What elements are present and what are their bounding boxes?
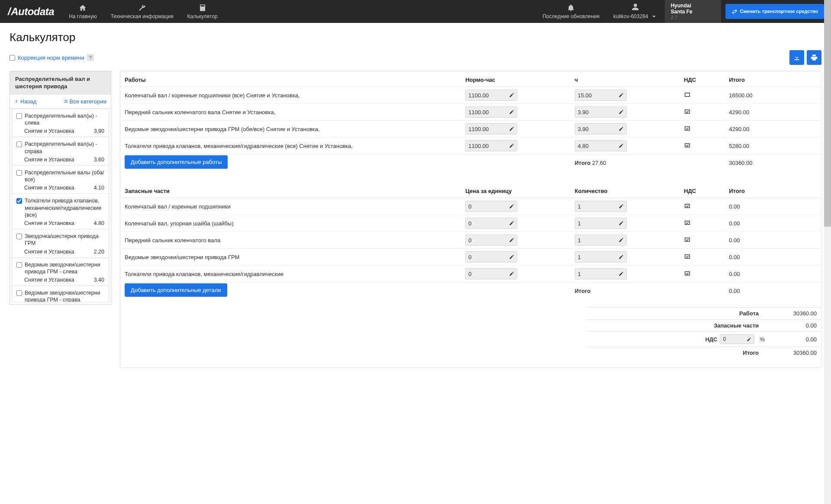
add-work-button[interactable]: Добавить дополнительные работы	[125, 155, 228, 169]
download-button[interactable]	[789, 50, 804, 65]
sidebar-item-checkbox[interactable]	[16, 141, 22, 147]
summary-labor-label: Работа	[592, 310, 765, 317]
work-rate-input[interactable]: 1100.00	[465, 90, 517, 101]
nav-updates-label: Последние обновления	[542, 13, 599, 19]
checkbox-checked-icon	[684, 202, 691, 209]
topbar: Autodata На главную Техническая информац…	[0, 0, 831, 23]
pencil-icon	[509, 238, 514, 243]
parts-qty-input[interactable]: 1	[575, 201, 627, 212]
parts-price-input[interactable]: 0	[465, 251, 517, 263]
main-panel: Работы Нормо-час ч НДС Итого Коленчатый …	[120, 71, 821, 368]
sidebar-item[interactable]: Ведомые звездочки/шестерни привода ГРМ -…	[12, 258, 109, 286]
vehicle-info: Hyundai Santa Fe 2.7	[665, 0, 721, 23]
sidebar-item[interactable]: Ведомые звездочки/шестерни привода ГРМ -…	[12, 286, 109, 302]
work-row-total: 16500.00	[725, 87, 821, 104]
sidebar-item-checkbox[interactable]	[16, 290, 22, 296]
work-row-total: 4290.00	[725, 104, 821, 121]
sidebar-nav: Назад Все категории	[10, 95, 111, 109]
parts-sum-label: Итого	[575, 288, 591, 294]
print-button[interactable]	[807, 50, 821, 65]
sidebar-item-title: Распределительные валы (оба/все)	[25, 169, 104, 183]
vat-checkbox[interactable]	[684, 125, 691, 133]
parts-qty-input[interactable]: 1	[575, 251, 627, 263]
parts-th-label: Запасные части	[120, 183, 461, 198]
parts-qty-input[interactable]: 1	[575, 218, 627, 229]
time-correction-checkbox[interactable]	[10, 55, 15, 61]
pencil-icon	[618, 271, 624, 276]
summary-total-value: 30360.00	[765, 350, 817, 356]
sidebar-item-checkbox[interactable]	[16, 170, 22, 176]
work-th-label: Работы	[120, 71, 461, 87]
vat-checkbox[interactable]	[684, 253, 691, 261]
sidebar-item[interactable]: Распределительный вал(ы) - справа Снятие…	[12, 137, 109, 166]
sidebar-item-checkbox[interactable]	[16, 262, 22, 268]
sidebar-back-link[interactable]: Назад	[14, 98, 36, 105]
work-hours-input[interactable]: 3.90	[575, 106, 627, 118]
parts-price-input[interactable]: 0	[465, 268, 517, 279]
vat-rate-input[interactable]: 0	[720, 334, 754, 344]
work-hours-input[interactable]: 15.00	[575, 90, 627, 101]
print-icon	[811, 54, 818, 61]
pencil-icon	[509, 93, 514, 98]
vat-checkbox[interactable]	[684, 108, 691, 116]
work-th-rate: Нормо-час	[461, 71, 570, 87]
sidebar-header: Распределительный вал и шестерня привода	[10, 71, 111, 95]
parts-price-input[interactable]: 0	[465, 201, 517, 212]
toolbar: Коррекция норм времени ?	[10, 50, 821, 65]
page-scrollbar[interactable]	[824, 0, 831, 376]
sidebar-item[interactable]: Распределительный вал(ы) - слева Снятие …	[12, 109, 109, 138]
switch-vehicle-button[interactable]: Сменить транспортное средство	[725, 4, 824, 19]
nav-calculator[interactable]: Калькулятор	[180, 1, 225, 22]
logo[interactable]: Autodata	[0, 6, 62, 18]
nav-home[interactable]: На главную	[62, 1, 103, 22]
pencil-icon	[618, 126, 624, 132]
sidebar-item-hours: 3.90	[94, 128, 104, 134]
nav-tech-label: Техническая информация	[111, 13, 174, 19]
sidebar-item-checkbox[interactable]	[16, 234, 22, 239]
vehicle-brand: Hyundai	[671, 3, 715, 9]
add-parts-button[interactable]: Добавить дополнительные детали	[125, 283, 227, 297]
parts-price-input[interactable]: 0	[465, 234, 517, 246]
work-rate-input[interactable]: 1100.00	[465, 123, 517, 135]
sidebar-all-categories-link[interactable]: Все категории	[64, 98, 106, 105]
parts-qty-input[interactable]: 1	[575, 234, 627, 246]
work-rate-input[interactable]: 1100.00	[465, 106, 517, 118]
vat-checkbox[interactable]	[684, 142, 691, 150]
work-th-total: Итого	[725, 71, 821, 87]
parts-price-input-value: 0	[468, 237, 509, 244]
parts-row: Ведомые звездочки/шестерни привода ГРМ 0…	[120, 249, 821, 266]
sidebar-item-title: Распределительный вал(ы) - справа	[25, 141, 104, 155]
work-hours-input[interactable]: 4.80	[575, 140, 627, 151]
parts-price-input[interactable]: 0	[465, 218, 517, 229]
pencil-icon	[509, 126, 514, 132]
bell-icon	[567, 4, 575, 12]
help-icon[interactable]: ?	[87, 54, 94, 61]
time-correction-toggle[interactable]: Коррекция норм времени	[10, 55, 84, 61]
vat-checkbox[interactable]	[684, 270, 691, 278]
work-rate-input-value: 1100.00	[468, 109, 509, 116]
work-rate-input[interactable]: 1100.00	[465, 140, 517, 151]
sidebar-item[interactable]: Толкатели привода клапанов, механические…	[12, 194, 109, 229]
sidebar-list[interactable]: Распределительный вал(ы) - слева Снятие …	[12, 109, 109, 302]
sidebar-item-checkbox[interactable]	[16, 198, 22, 204]
sidebar-item[interactable]: Распределительные валы (оба/все) Снятие …	[12, 166, 109, 194]
sidebar-item-title: Звездочка/шестерня привода ГРМ	[25, 233, 104, 247]
sidebar-item-checkbox[interactable]	[16, 113, 22, 119]
nav-user-menu[interactable]: kulikov-603284	[606, 0, 665, 23]
parts-row: Коленчатый вал, упорная шайба (шайбы) 0 …	[120, 215, 821, 232]
sidebar-item[interactable]: Звездочка/шестерня привода ГРМ Снятие и …	[12, 229, 109, 258]
nav-updates[interactable]: Последние обновления	[535, 0, 606, 23]
parts-row-total: 0.00	[725, 198, 821, 215]
parts-qty-input[interactable]: 1	[575, 268, 627, 279]
chevron-left-icon	[14, 99, 19, 103]
work-row: Передний сальник коленчатого вала Снятие…	[120, 104, 821, 121]
nav-tech-info[interactable]: Техническая информация	[104, 1, 180, 22]
vat-checkbox[interactable]	[684, 219, 691, 228]
vat-checkbox[interactable]	[684, 236, 691, 244]
work-hours-input[interactable]: 3.90	[575, 123, 627, 135]
checkbox-checked-icon	[684, 125, 691, 132]
checkbox-checked-icon	[684, 236, 691, 243]
vat-checkbox[interactable]	[684, 202, 691, 211]
pencil-icon	[509, 109, 514, 115]
vat-checkbox[interactable]	[684, 91, 691, 100]
